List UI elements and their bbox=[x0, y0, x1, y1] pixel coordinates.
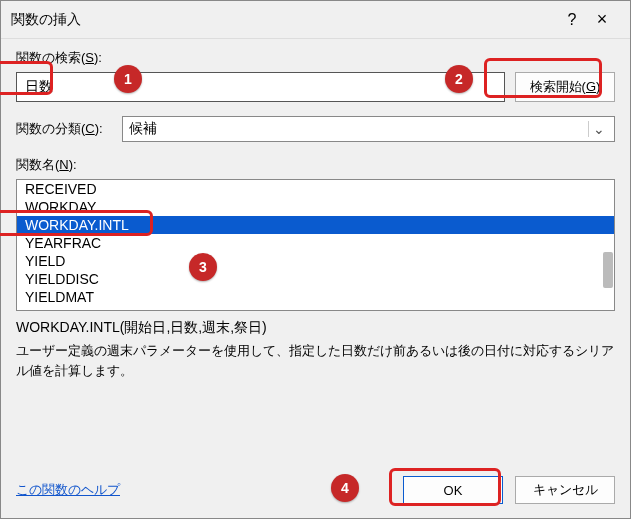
list-item[interactable]: WORKDAY bbox=[17, 198, 614, 216]
ok-button[interactable]: OK bbox=[403, 476, 503, 504]
category-label: 関数の分類(C): bbox=[16, 120, 116, 138]
function-listbox[interactable]: RECEIVED WORKDAY WORKDAY.INTL YEARFRAC Y… bbox=[16, 179, 615, 311]
category-value: 候補 bbox=[129, 120, 157, 138]
search-label: 関数の検索(S): bbox=[16, 49, 615, 67]
list-item[interactable]: YIELD bbox=[17, 252, 614, 270]
list-item[interactable]: YEARFRAC bbox=[17, 234, 614, 252]
list-item[interactable]: WORKDAY.INTL bbox=[17, 216, 614, 234]
search-input[interactable] bbox=[16, 72, 505, 102]
titlebar: 関数の挿入 ? × bbox=[1, 1, 630, 39]
close-icon[interactable]: × bbox=[584, 9, 620, 30]
list-item[interactable]: RECEIVED bbox=[17, 180, 614, 198]
search-row: 検索開始(G) bbox=[16, 72, 615, 102]
list-item[interactable]: YIELDMAT bbox=[17, 288, 614, 306]
help-icon[interactable]: ? bbox=[560, 11, 584, 29]
dialog-content: 関数の検索(S): 検索開始(G) 関数の分類(C): 候補 ⌄ 関数名(N):… bbox=[1, 39, 630, 466]
insert-function-dialog: 関数の挿入 ? × 関数の検索(S): 検索開始(G) 関数の分類(C): 候補… bbox=[0, 0, 631, 519]
function-description: ユーザー定義の週末パラメーターを使用して、指定した日数だけ前あるいは後の日付に対… bbox=[16, 341, 615, 380]
category-row: 関数の分類(C): 候補 ⌄ bbox=[16, 116, 615, 142]
category-select[interactable]: 候補 ⌄ bbox=[122, 116, 615, 142]
dialog-footer: この関数のヘルプ OK キャンセル 4 bbox=[1, 466, 630, 518]
list-item[interactable]: YIELDDISC bbox=[17, 270, 614, 288]
search-start-button[interactable]: 検索開始(G) bbox=[515, 72, 615, 102]
scrollbar-thumb[interactable] bbox=[603, 252, 613, 288]
function-signature: WORKDAY.INTL(開始日,日数,週末,祭日) bbox=[16, 319, 615, 337]
cancel-button[interactable]: キャンセル bbox=[515, 476, 615, 504]
function-name-label: 関数名(N): bbox=[16, 156, 615, 174]
dialog-title: 関数の挿入 bbox=[11, 11, 560, 29]
help-link[interactable]: この関数のヘルプ bbox=[16, 481, 391, 499]
chevron-down-icon: ⌄ bbox=[588, 121, 608, 137]
